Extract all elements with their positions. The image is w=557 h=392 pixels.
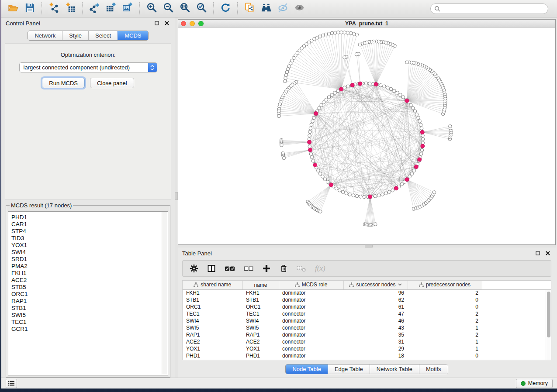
task-history-button[interactable] [6, 379, 17, 388]
mcds-result-item[interactable]: STB1 [11, 305, 168, 312]
search-input[interactable] [443, 6, 544, 12]
table-row-TEC1[interactable]: TEC1TEC1connector472 [183, 310, 551, 317]
export-table-button[interactable] [103, 1, 119, 16]
deselect-all-checkboxes-button[interactable] [244, 265, 253, 272]
tab-network-table[interactable]: Network Table [370, 364, 419, 374]
table-row-RAP1[interactable]: RAP1RAP1dominator352 [183, 331, 551, 338]
zoom-out-button[interactable] [160, 1, 176, 16]
zoom-fit-button[interactable] [176, 1, 193, 16]
tab-node-table[interactable]: Node Table [286, 364, 328, 374]
column-header-shared-name[interactable]: shared name [183, 281, 242, 289]
splitter-grip[interactable] [175, 192, 178, 200]
close-panel-button[interactable] [163, 20, 170, 27]
table-scrollbar[interactable] [546, 290, 551, 360]
show-columns-button[interactable] [207, 264, 216, 273]
mcds-result-item[interactable]: SWI5 [11, 312, 168, 319]
table-row-YOX1[interactable]: YOX1YOX1connector291 [183, 345, 551, 352]
memory-button[interactable]: Memory [516, 379, 553, 388]
tab-select[interactable]: Select [88, 31, 118, 40]
cell-successors: 29 [343, 345, 408, 352]
cell-predecessors: 2 [408, 310, 482, 317]
export-network-button[interactable] [86, 1, 103, 16]
delete-column-button[interactable] [280, 264, 288, 273]
mcds-result-item[interactable]: STP4 [11, 228, 168, 235]
sort-down-icon [398, 283, 402, 286]
mcds-result-item[interactable]: GCR1 [11, 326, 168, 333]
cell-filler [482, 352, 551, 359]
mcds-result-item[interactable]: RAP1 [11, 298, 168, 305]
column-header-name[interactable]: name [242, 281, 279, 289]
table-row-ORC1[interactable]: ORC1ORC1dominator610 [183, 303, 551, 310]
table-panel-tabs: Node TableEdge TableNetwork TableMotifs [285, 364, 448, 374]
column-header-filler [482, 281, 551, 289]
table-row-FKH1[interactable]: FKH1FKH1dominator962 [183, 289, 551, 296]
open-file-button[interactable] [5, 1, 21, 16]
vertical-splitter[interactable] [175, 17, 178, 378]
import-network-button[interactable] [45, 1, 62, 16]
result-scrollbar[interactable] [162, 212, 167, 375]
table-row-ACE2[interactable]: ACE2ACE2connector311 [183, 338, 551, 345]
mcds-result-item[interactable]: ACE2 [11, 277, 168, 284]
mcds-result-item[interactable]: TEC1 [11, 319, 168, 326]
float-panel-button[interactable] [534, 250, 541, 257]
close-panel-button[interactable] [544, 250, 551, 257]
mcds-result-item[interactable]: YOX1 [11, 242, 168, 249]
cell-shared: RAP1 [183, 331, 242, 338]
window-minimize-button[interactable] [190, 21, 195, 26]
tab-mcds[interactable]: MCDS [118, 31, 148, 40]
import-table-button[interactable] [62, 1, 79, 16]
status-bar: Memory [1, 378, 557, 389]
column-header-MCDS-role[interactable]: MCDS role [279, 281, 343, 289]
list-icon [8, 380, 15, 386]
criterion-dropdown[interactable]: largest connected component (undirected) [19, 62, 157, 72]
table-row-PHD1[interactable]: PHD1PHD1dominator180 [183, 352, 551, 359]
search-icon [434, 6, 440, 12]
mcds-result-item[interactable]: SWI4 [11, 249, 168, 256]
cell-predecessors: 0 [408, 296, 482, 303]
refresh-layout-button[interactable] [217, 1, 234, 16]
save-floppy-icon [24, 2, 35, 15]
optimization-criterion-label: Optimization criterion: [61, 52, 116, 58]
table-row-SWI5[interactable]: SWI5SWI5connector431 [183, 324, 551, 331]
window-close-button[interactable] [181, 21, 186, 26]
tab-motifs[interactable]: Motifs [419, 364, 448, 374]
tab-style[interactable]: Style [62, 31, 88, 40]
mcds-result-item[interactable]: ORC1 [11, 291, 168, 298]
tab-edge-table[interactable]: Edge Table [328, 364, 370, 374]
cell-name: SWI5 [242, 324, 279, 331]
mcds-result-item[interactable]: PMA2 [11, 263, 168, 270]
run-mcds-button[interactable]: Run MCDS [42, 78, 85, 88]
copy-network-button[interactable] [241, 1, 258, 16]
export-image-button[interactable] [119, 1, 136, 16]
show-all-button[interactable] [291, 1, 308, 16]
mcds-result-item[interactable]: FKH1 [11, 270, 168, 277]
export-table-icon [106, 2, 117, 15]
column-header-predecessor-nodes[interactable]: predecessor nodes [408, 281, 482, 289]
mcds-result-listbox: PHD1CAR1STP4TID3YOX1SWI4SRD1PMA2FKH1ACE2… [8, 211, 168, 375]
column-header-successor-nodes[interactable]: successor nodes [343, 281, 408, 289]
mcds-result-item[interactable]: STB5 [11, 284, 168, 291]
mcds-result-item[interactable]: SRD1 [11, 256, 168, 263]
window-zoom-button[interactable] [198, 21, 204, 26]
float-panel-button[interactable] [153, 20, 160, 27]
mcds-result-item[interactable]: TID3 [11, 235, 168, 242]
table-row-STB1[interactable]: STB1STB1dominator620 [183, 296, 551, 303]
zoom-selected-button[interactable] [193, 1, 210, 16]
first-neighbors-button[interactable] [258, 1, 274, 16]
close-panel-button-mcds[interactable]: Close panel [90, 78, 134, 88]
hide-selected-button[interactable] [274, 1, 291, 16]
select-all-checkboxes-button[interactable] [225, 265, 235, 272]
table-row-SWI4[interactable]: SWI4SWI4dominator462 [183, 317, 551, 324]
horizontal-splitter[interactable] [178, 245, 556, 248]
network-window-title: YPA_prune.txt_1 [178, 21, 555, 27]
zoom-in-button[interactable] [143, 1, 160, 16]
network-canvas[interactable] [178, 28, 555, 244]
splitter-grip[interactable] [365, 245, 373, 248]
tab-network[interactable]: Network [28, 31, 62, 40]
mcds-result-item[interactable]: PHD1 [11, 214, 168, 221]
settings-gear-button[interactable] [190, 264, 198, 273]
add-column-button[interactable] [262, 264, 271, 273]
scrollbar-thumb[interactable] [547, 292, 550, 337]
save-session-button[interactable] [21, 1, 38, 16]
mcds-result-item[interactable]: CAR1 [11, 221, 168, 228]
